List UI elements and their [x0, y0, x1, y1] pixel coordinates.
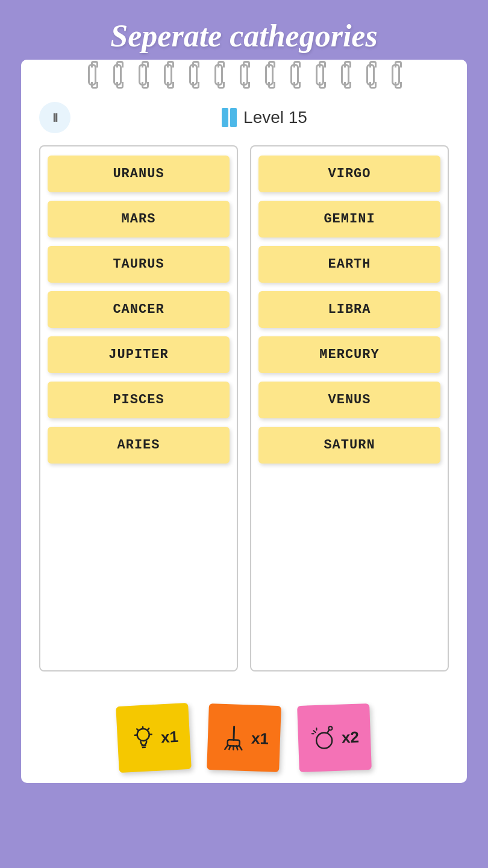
svg-point-17 — [328, 726, 332, 730]
svg-line-5 — [148, 728, 149, 729]
right-card-3[interactable]: LIBRA — [258, 291, 440, 328]
right-card-4[interactable]: MERCURY — [258, 336, 440, 373]
left-card-4[interactable]: JUPITER — [48, 336, 230, 373]
right-card-1[interactable]: GEMINI — [258, 201, 440, 237]
book-icon — [222, 108, 237, 127]
spiral-5 — [189, 64, 198, 86]
spiral-binding — [21, 60, 467, 90]
spiral-11 — [341, 64, 349, 86]
right-card-5[interactable]: VENUS — [258, 382, 440, 418]
spiral-2 — [113, 64, 122, 86]
lightbulb-icon — [128, 723, 158, 753]
left-card-1[interactable]: MARS — [48, 201, 230, 237]
bomb-icon — [309, 723, 339, 753]
powerup-lightbulb[interactable]: x1 — [116, 703, 192, 773]
broom-count: x1 — [251, 729, 269, 748]
spiral-10 — [316, 64, 324, 86]
bomb-count: x2 — [341, 728, 359, 747]
svg-line-18 — [314, 731, 316, 732]
left-card-0[interactable]: URANUS — [48, 156, 230, 192]
spiral-9 — [290, 64, 299, 86]
svg-line-14 — [239, 746, 242, 750]
header-row: II Level 15 — [39, 102, 449, 133]
notebook-content: II Level 15 URANUSMARSTAURUSCANCERJUPITE… — [21, 90, 467, 690]
svg-line-4 — [137, 729, 138, 730]
right-column: VIRGOGEMINIEARTHLIBRAMERCURYVENUSSATURN — [250, 145, 449, 671]
right-card-2[interactable]: EARTH — [258, 246, 440, 283]
spiral-8 — [265, 64, 274, 86]
spiral-7 — [240, 64, 248, 86]
spiral-6 — [214, 64, 223, 86]
powerups-bar: x1 x1 — [21, 690, 467, 783]
columns-container: URANUSMARSTAURUSCANCERJUPITERPISCESARIES… — [39, 145, 449, 671]
level-info: Level 15 — [222, 108, 307, 127]
spiral-1 — [88, 64, 96, 86]
powerup-bomb[interactable]: x2 — [297, 703, 372, 772]
left-card-2[interactable]: TAURUS — [48, 246, 230, 283]
book-page-left — [222, 108, 228, 127]
page-title: Seperate cathegories — [110, 18, 377, 54]
svg-line-10 — [225, 746, 227, 749]
svg-line-8 — [234, 726, 234, 740]
spiral-13 — [392, 64, 400, 86]
left-card-5[interactable]: PISCES — [48, 382, 230, 418]
spiral-12 — [366, 64, 375, 86]
pause-button[interactable]: II — [39, 102, 70, 133]
svg-point-15 — [316, 732, 333, 749]
book-page-right — [230, 108, 237, 127]
left-card-6[interactable]: ARIES — [48, 427, 230, 464]
left-column: URANUSMARSTAURUSCANCERJUPITERPISCESARIES — [39, 145, 238, 671]
right-card-0[interactable]: VIRGO — [258, 156, 440, 192]
spiral-3 — [139, 64, 147, 86]
broom-icon — [219, 723, 249, 753]
notebook: II Level 15 URANUSMARSTAURUSCANCERJUPITE… — [21, 60, 467, 783]
right-card-6[interactable]: SATURN — [258, 427, 440, 464]
spiral-4 — [164, 64, 172, 86]
level-text: Level 15 — [243, 108, 307, 127]
left-card-3[interactable]: CANCER — [48, 291, 230, 328]
lightbulb-count: x1 — [160, 727, 179, 746]
powerup-broom[interactable]: x1 — [207, 703, 281, 772]
